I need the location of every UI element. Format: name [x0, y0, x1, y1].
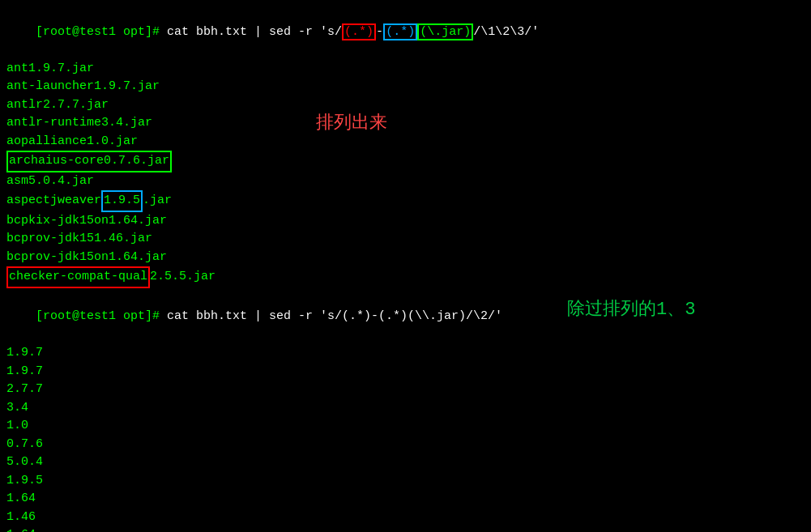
output-line-9: bcpkix-jdk15on1.64.jar [6, 212, 805, 231]
output-line-12: checker-compat-qual2.5.5.jar [6, 266, 805, 288]
output-line-6: archaius-core0.7.6.jar [6, 151, 805, 172]
aspectjweaver-highlight: 1.9.5 [101, 190, 143, 212]
output-line-8: aspectjweaver1.9.5.jar [6, 190, 805, 212]
output-line-11: bcprov-jdk15on1.64.jar [6, 249, 805, 267]
group3-highlight: (\.jar) [417, 23, 473, 40]
output-line-7: asm5.0.4.jar [6, 172, 805, 191]
output2-line-2: 1.9.7 [6, 363, 805, 381]
output-line-3: antlr2.7.7.jar [6, 96, 805, 115]
annotation-2: 除过排列的1、3 [567, 298, 695, 323]
cmd-1-suffix: /\1\2\3/' [473, 25, 539, 39]
output-line-5: aopalliance1.0.jar [6, 133, 805, 151]
terminal: [root@test1 opt]# cat bbh.txt | sed -r '… [0, 0, 811, 532]
output-line-1: ant1.9.7.jar [6, 60, 805, 79]
annotation-1: 排列出来 [316, 112, 387, 137]
output2-line-7: 5.0.4 [6, 453, 805, 472]
group2-highlight: (.*) [383, 23, 417, 40]
prompt-1: [root@test1 opt]# [36, 25, 160, 39]
output-line-2: ant-launcher1.9.7.jar [6, 78, 805, 96]
output2-line-5: 1.0 [6, 417, 805, 436]
command-line-1: [root@test1 opt]# cat bbh.txt | sed -r '… [6, 5, 805, 60]
archaius-highlight: archaius-core0.7.6.jar [6, 151, 172, 172]
output2-line-1: 1.9.7 [6, 344, 805, 363]
group1-highlight: (.*) [342, 23, 376, 40]
cmd-dash: - [376, 25, 383, 39]
cmd-2-text: cat bbh.txt | sed -r 's/(.*)-(.*)(\\.jar… [160, 309, 502, 323]
cmd-1-prefix: cat bbh.txt | sed -r 's/ [160, 25, 342, 39]
output2-line-3: 2.7.7 [6, 381, 805, 399]
output2-line-6: 0.7.6 [6, 436, 805, 454]
output-line-10: bcprov-jdk151.46.jar [6, 230, 805, 249]
output2-line-10: 1.46 [6, 509, 805, 527]
output2-line-11: 1.64 [6, 526, 805, 532]
checker-highlight: checker-compat-qual [6, 266, 150, 288]
output2-line-8: 1.9.5 [6, 472, 805, 491]
output-line-4: antlr-runtime3.4.jar [6, 114, 805, 133]
output2-line-4: 3.4 [6, 399, 805, 418]
output2-line-9: 1.64 [6, 490, 805, 509]
prompt-2: [root@test1 opt]# [36, 309, 160, 323]
